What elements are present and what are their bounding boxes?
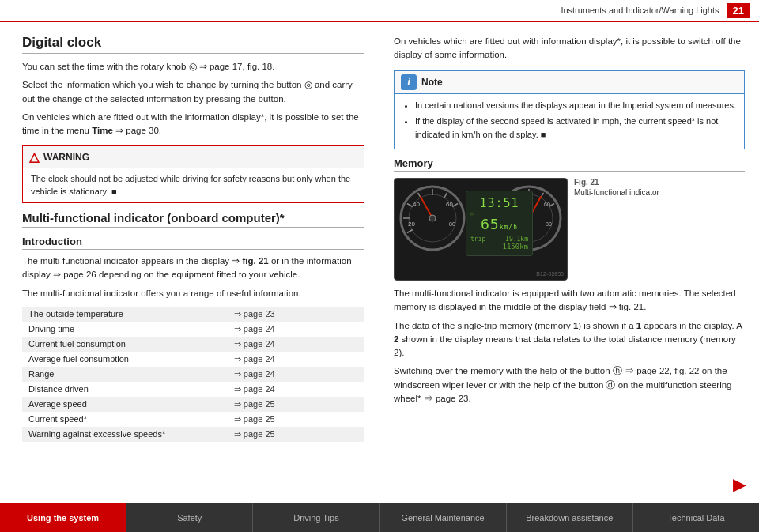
- table-cell-ref: ⇒ page 24: [228, 337, 364, 352]
- memory-para2: The data of the single-trip memory (memo…: [394, 319, 745, 360]
- header-title: Instruments and Indicator/Warning Lights: [561, 6, 719, 15]
- note-box: i Note In certain national versions the …: [394, 70, 745, 150]
- fig-label: Multi-functional indicator: [574, 188, 659, 197]
- table-cell-ref: ⇒ page 23: [228, 307, 364, 322]
- intro-para1: The multi-functional indicator appears i…: [22, 255, 364, 282]
- table-row: Distance driven⇒ page 24: [22, 382, 364, 397]
- warning-header: △ WARNING: [23, 146, 364, 168]
- svg-text:60: 60: [446, 201, 453, 208]
- warning-icon: △: [29, 149, 39, 164]
- table-row: The outside temperature⇒ page 23: [22, 307, 364, 322]
- content-area: Digital clock You can set the time with …: [0, 22, 759, 503]
- info-table: The outside temperature⇒ page 23Driving …: [22, 307, 364, 442]
- table-cell-label: Driving time: [22, 322, 228, 337]
- table-cell-ref: ⇒ page 24: [228, 367, 364, 382]
- note-title: Note: [421, 77, 443, 88]
- display-center: 13:51 ○ 65km/h trip 19.1km 1150km: [466, 191, 533, 256]
- note-content: In certain national versions the display…: [395, 94, 744, 149]
- nav-item-general-maintenance[interactable]: General Maintenance: [380, 503, 507, 532]
- memory-para1: The multi-functional indicator is equipp…: [394, 287, 745, 315]
- digital-clock-para2: Select the information which you wish to…: [22, 78, 364, 106]
- table-row: Current fuel consumption⇒ page 24: [22, 337, 364, 352]
- fig-caption: Fig. 21 Multi-functional indicator: [574, 178, 659, 197]
- svg-point-14: [429, 215, 436, 221]
- memory-title: Memory: [394, 157, 745, 172]
- display-time: 13:51: [470, 196, 528, 210]
- warning-text: The clock should not be adjusted while d…: [23, 168, 364, 202]
- fig-ref: Fig. 21: [574, 178, 659, 187]
- table-row: Warning against excessive speeds*⇒ page …: [22, 427, 364, 442]
- table-cell-ref: ⇒ page 25: [228, 427, 364, 442]
- note-header: i Note: [395, 71, 744, 94]
- left-column: Digital clock You can set the time with …: [0, 22, 380, 503]
- info-icon: i: [401, 74, 417, 90]
- bottom-nav: Using the systemSafetyDriving TipsGenera…: [0, 503, 759, 532]
- table-row: Range⇒ page 24: [22, 367, 364, 382]
- nav-item-technical-data[interactable]: Technical Data: [633, 503, 759, 532]
- table-cell-ref: ⇒ page 25: [228, 397, 364, 412]
- multi-functional-title: Multi-functional indicator (onboard comp…: [22, 211, 364, 228]
- table-row: Current speed*⇒ page 25: [22, 412, 364, 427]
- svg-text:80: 80: [449, 221, 455, 227]
- intro-para2: The multi-functional indicator offers yo…: [22, 287, 364, 300]
- nav-item-safety[interactable]: Safety: [126, 503, 253, 532]
- memory-image-container: 40 60 20 80: [394, 178, 745, 281]
- note-item: If the display of the second speed is ac…: [415, 115, 736, 141]
- display-small: trip 19.1km: [470, 236, 528, 243]
- dashboard-id: B1Z-02630: [536, 271, 564, 277]
- digital-clock-para3: On vehicles which are fitted out with th…: [22, 111, 364, 138]
- table-row: Average speed⇒ page 25: [22, 397, 364, 412]
- right-column: On vehicles which are fitted out with in…: [380, 22, 759, 503]
- table-row: Average fuel consumption⇒ page 24: [22, 352, 364, 367]
- table-cell-ref: ⇒ page 24: [228, 382, 364, 397]
- memory-section: Memory: [394, 157, 745, 406]
- note-item: In certain national versions the display…: [415, 99, 736, 112]
- nav-item-breakdown-assistance[interactable]: Breakdown assistance: [507, 503, 633, 532]
- page-header: Instruments and Indicator/Warning Lights…: [0, 0, 759, 22]
- page-number: 21: [727, 3, 750, 18]
- warning-box: △ WARNING The clock should not be adjust…: [22, 145, 364, 203]
- table-cell-label: Average speed: [22, 397, 228, 412]
- table-cell-ref: ⇒ page 24: [228, 322, 364, 337]
- digital-clock-title: Digital clock: [22, 35, 364, 54]
- table-cell-label: Warning against excessive speeds*: [22, 427, 228, 442]
- memory-para3: Switching over the memory with the help …: [394, 364, 745, 406]
- nav-item-using-the-system[interactable]: Using the system: [0, 503, 126, 532]
- table-cell-label: Range: [22, 367, 228, 382]
- svg-text:40: 40: [413, 201, 420, 208]
- right-para1: On vehicles which are fitted out with in…: [394, 35, 745, 62]
- table-cell-ref: ⇒ page 24: [228, 352, 364, 367]
- digital-clock-para1: You can set the time with the rotary kno…: [22, 60, 364, 74]
- table-cell-label: Current fuel consumption: [22, 337, 228, 352]
- warning-title: WARNING: [43, 152, 89, 163]
- table-cell-label: Current speed*: [22, 412, 228, 427]
- table-cell-label: The outside temperature: [22, 307, 228, 322]
- dashboard-image: 40 60 20 80: [394, 178, 568, 281]
- table-cell-label: Average fuel consumption: [22, 352, 228, 367]
- svg-text:20: 20: [408, 221, 415, 228]
- table-cell-ref: ⇒ page 25: [228, 412, 364, 427]
- svg-text:60: 60: [544, 202, 550, 207]
- next-arrow: ▶: [733, 475, 745, 494]
- display-speed: 65km/h: [470, 216, 528, 232]
- svg-text:80: 80: [546, 221, 552, 227]
- table-cell-label: Distance driven: [22, 382, 228, 397]
- table-row: Driving time⇒ page 24: [22, 322, 364, 337]
- nav-item-driving-tips[interactable]: Driving Tips: [253, 503, 380, 532]
- introduction-subtitle: Introduction: [22, 236, 364, 250]
